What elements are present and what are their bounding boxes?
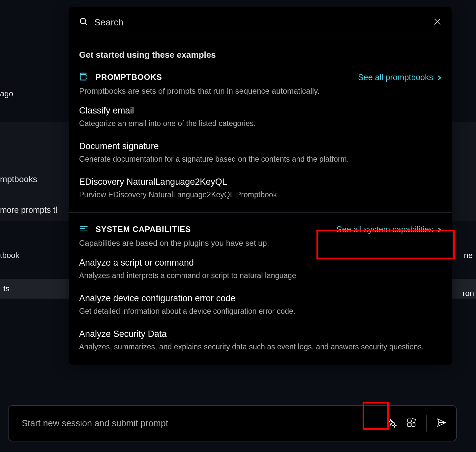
search-input[interactable] bbox=[94, 17, 427, 28]
syscap-item[interactable]: Analyze device configuration error code … bbox=[79, 293, 442, 316]
promptbooks-header: PROMPTBOOKS See all promptbooks bbox=[79, 72, 442, 82]
prompt-bar bbox=[8, 405, 457, 441]
see-all-syscap-link[interactable]: See all system capabilities bbox=[337, 225, 442, 234]
item-title: Analyze device configuration error code bbox=[79, 293, 442, 304]
item-desc: Get detailed information about a device … bbox=[79, 307, 442, 316]
svg-point-0 bbox=[80, 18, 86, 24]
syscap-item[interactable]: Analyze a script or command Analyzes and… bbox=[79, 258, 442, 280]
bg-text-ne: ne bbox=[464, 251, 473, 260]
book-icon bbox=[79, 72, 88, 82]
see-all-syscap-label: See all system capabilities bbox=[337, 225, 433, 234]
promptbook-item[interactable]: EDiscovery NaturalLanguage2KeyQL Purview… bbox=[79, 177, 442, 199]
svg-rect-14 bbox=[411, 419, 415, 423]
search-icon bbox=[79, 17, 88, 28]
promptbook-item[interactable]: Document signature Generate documentatio… bbox=[79, 141, 442, 164]
list-icon bbox=[79, 224, 88, 235]
prompts-modal: Get started using these examples PROMPTB… bbox=[69, 7, 452, 365]
see-all-promptbooks-label: See all promptbooks bbox=[358, 73, 433, 82]
bg-text-moreprompts: more prompts tl bbox=[0, 205, 57, 215]
bg-text-mptbooks: mptbooks bbox=[0, 174, 37, 184]
search-row bbox=[79, 7, 442, 34]
prompt-actions bbox=[387, 415, 446, 432]
promptbook-item[interactable]: Classify email Categorize an email into … bbox=[79, 106, 442, 128]
promptbooks-title: PROMPTBOOKS bbox=[96, 73, 162, 82]
syscap-title: SYSTEM CAPABILITIES bbox=[96, 225, 191, 234]
svg-rect-15 bbox=[408, 423, 411, 426]
item-desc: Analyzes, summarizes, and explains secur… bbox=[79, 342, 442, 351]
close-icon[interactable] bbox=[433, 17, 442, 27]
bg-text-ron: ron bbox=[462, 289, 474, 298]
item-desc: Generate documentation for a signature b… bbox=[79, 155, 442, 164]
bg-text-tbook: tbook bbox=[0, 251, 19, 260]
item-title: Analyze Security Data bbox=[79, 329, 442, 339]
chevron-right-icon bbox=[437, 225, 442, 234]
bg-text-ago: ago bbox=[0, 89, 13, 98]
item-desc: Analyzes and interprets a command or scr… bbox=[79, 271, 442, 280]
item-title: Analyze a script or command bbox=[79, 258, 442, 268]
intro-text: Get started using these examples bbox=[79, 50, 442, 60]
send-icon[interactable] bbox=[436, 418, 446, 429]
apps-icon[interactable] bbox=[406, 418, 416, 429]
svg-rect-4 bbox=[80, 73, 86, 80]
promptbooks-desc: Promptbooks are sets of prompts that run… bbox=[79, 86, 442, 96]
item-title: EDiscovery NaturalLanguage2KeyQL bbox=[79, 177, 442, 187]
section-divider bbox=[69, 212, 452, 213]
syscap-desc: Capabilities are based on the plugins yo… bbox=[79, 239, 442, 248]
syscap-item[interactable]: Analyze Security Data Analyzes, summariz… bbox=[79, 329, 442, 351]
item-title: Classify email bbox=[79, 106, 442, 116]
svg-rect-13 bbox=[408, 419, 411, 422]
action-divider bbox=[426, 415, 427, 432]
svg-rect-16 bbox=[412, 423, 415, 426]
svg-line-1 bbox=[85, 23, 87, 25]
item-desc: Purview EDiscovery NaturalLanguage2KeyQL… bbox=[79, 190, 442, 199]
chevron-right-icon bbox=[437, 73, 442, 82]
item-desc: Categorize an email into one of the list… bbox=[79, 119, 442, 128]
see-all-promptbooks-link[interactable]: See all promptbooks bbox=[358, 73, 442, 82]
sparkle-icon[interactable] bbox=[387, 418, 397, 429]
syscap-header: SYSTEM CAPABILITIES See all system capab… bbox=[79, 224, 442, 235]
bg-text-ts: ts bbox=[3, 284, 10, 293]
item-title: Document signature bbox=[79, 141, 442, 151]
prompt-input[interactable] bbox=[22, 418, 387, 429]
